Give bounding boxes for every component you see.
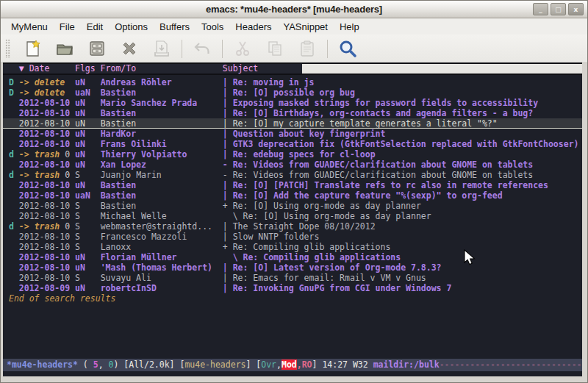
message-row[interactable]: 2012-08-09 uN robertcInSD | Re: Invoking… [3, 283, 582, 293]
modeline-segment-maildir: maildir:/bulk [373, 359, 440, 370]
minimize-button[interactable]: _ [533, 3, 548, 15]
title-bar[interactable]: emacs: *mu4e-headers* [mu4e-headers] _ □… [1, 1, 587, 18]
search-icon[interactable] [338, 39, 357, 58]
modeline-segment-ro: ,RO [297, 359, 312, 370]
header-line-columns: ▼ Date Flgs From/To Subject [3, 64, 302, 74]
message-row[interactable]: 2012-08-10 uN Xan Lopez - Re: Videos fro… [3, 160, 582, 170]
menu-options[interactable]: Options [109, 20, 154, 34]
message-row[interactable]: 2012-08-10 S Lanoxx + Re: Compiling glib… [3, 242, 582, 252]
mu4e-headers-buffer[interactable]: ▼ Date Flgs From/To Subject D -> delete … [3, 62, 582, 376]
message-row[interactable]: 2012-08-10 S Francesco Mazzoli | Slow NN… [3, 232, 582, 242]
message-row[interactable]: 2012-08-10 uaN Bastien | Re: [O] Add the… [3, 190, 582, 201]
window-title: emacs: *mu4e-headers* [mu4e-headers] [206, 4, 382, 15]
message-row[interactable]: 2012-08-10 uN Bastien | Re: [O] Birthday… [3, 108, 582, 118]
message-row[interactable]: 2012-08-10 uN Bastien | Re: [O] my captu… [3, 118, 582, 129]
modeline-segment-plain: ) [All/2.0k] [ [113, 359, 184, 370]
toolbar-separator [327, 40, 328, 58]
close-buffer-icon[interactable] [120, 39, 139, 58]
message-row[interactable]: 2012-08-10 S Suvayu Ali | Re: Emacs for … [3, 273, 582, 283]
copy-icon[interactable] [265, 39, 284, 58]
modeline-segment-mode: mu4e-headers [184, 359, 245, 370]
modeline-segment-plain: ] [ [245, 359, 261, 370]
menu-file[interactable]: File [54, 20, 81, 34]
toolbar-separator [182, 40, 182, 58]
menu-bar: MyMenuFileEditOptionsBuffersToolsHeaders… [1, 18, 587, 35]
echo-area[interactable] [3, 371, 582, 376]
save-as-icon[interactable] [152, 39, 171, 58]
modeline-segment-dashes: ----------------------------------------… [440, 359, 582, 370]
menu-buffers[interactable]: Buffers [154, 20, 196, 34]
modeline-segment-plain: ( [78, 359, 93, 370]
menu-tools[interactable]: Tools [196, 20, 229, 34]
modeline-segment-plain: 14:27 W32 [322, 359, 373, 370]
menu-mymenu[interactable]: MyMenu [5, 20, 54, 34]
mode-line[interactable]: *mu4e-headers* ( 5, 0) [All/2.0k] [mu4e-… [3, 359, 582, 371]
maximize-button[interactable]: □ [551, 3, 566, 15]
modeline-segment-num-magenta: 5 [93, 359, 98, 370]
toolbar-separator [222, 40, 223, 58]
modeline-segment-plain: , [98, 359, 109, 370]
message-row[interactable]: 2012-08-10 uN Mario Sanchez Prada | Expo… [3, 98, 582, 108]
open-folder-icon[interactable] [55, 39, 74, 58]
message-row[interactable]: D -> delete uN Andreas Röhler | Re: movi… [3, 77, 582, 87]
paste-icon[interactable] [298, 39, 317, 58]
modeline-segment-mod: Mod [282, 359, 297, 370]
message-row[interactable]: d -> trash 0 S Juanjo Marin - Re: Videos… [3, 170, 582, 180]
cut-icon[interactable] [233, 39, 252, 58]
message-row[interactable]: 2012-08-10 uN 'Mash (Thomas Herbert) | R… [3, 262, 582, 273]
modeline-segment-plain: , [276, 359, 282, 370]
close-button[interactable]: x [568, 3, 584, 15]
window-buttons: _ □ x [533, 3, 584, 15]
message-row[interactable]: d -> trash 0 uN Thierry Volpiatto | Re: … [3, 149, 582, 160]
menu-edit[interactable]: Edit [81, 20, 109, 34]
tool-bar [1, 35, 587, 63]
menu-headers[interactable]: Headers [229, 20, 277, 34]
message-row[interactable]: D -> delete uaN Bastien | Re: [O] possib… [3, 87, 582, 98]
message-row[interactable]: d -> trash 0 S webmaster@straightd... | … [3, 221, 582, 232]
message-row[interactable]: 2012-08-10 uN Florian Müllner \ Re: Comp… [3, 252, 582, 262]
headers-list: D -> delete uN Andreas Röhler | Re: movi… [3, 75, 582, 293]
modeline-segment-ovr: Ovr [261, 359, 276, 370]
toolbar-drag-handle[interactable] [5, 39, 10, 58]
message-row[interactable]: 2012-08-10 uN Frans Oilinki | GTK3 depre… [3, 139, 582, 149]
new-file-icon[interactable] [23, 39, 42, 58]
message-row[interactable]: 2012-08-10 uN Bastien | Re: [O] [PATCH] … [3, 180, 582, 190]
end-of-search-marker: End of search results [3, 293, 582, 304]
modeline-segment-plain: ] [312, 359, 323, 370]
menu-yasnippet[interactable]: YASnippet [277, 20, 333, 34]
undo-icon[interactable] [193, 39, 212, 58]
header-line: ▼ Date Flgs From/To Subject [3, 62, 582, 75]
menu-help[interactable]: Help [334, 20, 365, 34]
message-row[interactable]: 2012-08-10 S Michael Welle \ Re: [O] Usi… [3, 211, 582, 221]
save-icon[interactable] [87, 39, 107, 58]
header-line-filler [302, 64, 582, 74]
modeline-segment-buffer: *mu4e-headers* [7, 359, 78, 370]
message-row[interactable]: 2012-08-10 S Bastien + Re: [O] Using org… [3, 201, 582, 211]
message-row[interactable]: 2012-08-10 uN HardKor | Question about k… [3, 129, 582, 139]
